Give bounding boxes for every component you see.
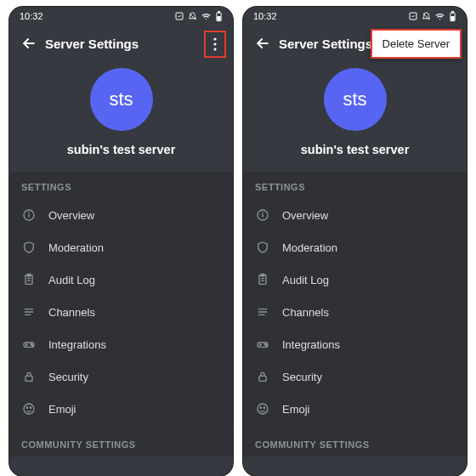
server-avatar[interactable]: sts [324,68,387,131]
settings-item-label: Security [48,371,88,383]
settings-item-label: Emoji [48,403,76,416]
settings-item-emoji[interactable]: Emoji [9,393,233,425]
svg-point-32 [258,404,268,414]
settings-item-security[interactable]: Security [9,360,233,393]
section-header-community: COMMUNITY SETTINGS [243,429,467,456]
emoji-icon [255,401,270,416]
settings-item-overview[interactable]: Overview [9,199,233,231]
status-time: 10:32 [253,11,277,21]
status-bar: 10:32 [9,7,233,26]
settings-item-integrations[interactable]: Integrations [243,328,467,360]
more-vertical-icon [213,37,217,51]
svg-point-16 [24,404,34,414]
phone-screen-right: 10:32 Server Settings Delete Server sts … [243,7,467,476]
svg-point-30 [265,345,266,346]
clipboard-icon [255,272,270,287]
screenshot-icon [408,11,418,21]
screenshot-icon [174,11,184,21]
settings-section: SETTINGS Overview Moderation Audit Log C… [243,172,467,456]
page-title: Server Settings [45,37,139,51]
svg-point-5 [213,42,216,45]
server-info: sts subin's test server [243,61,467,172]
settings-item-security[interactable]: Security [243,360,467,393]
svg-point-4 [213,37,216,40]
settings-item-label: Audit Log [282,274,329,286]
settings-item-label: Moderation [282,241,337,254]
settings-item-channels[interactable]: Channels [243,296,467,328]
back-arrow-icon [20,35,37,52]
server-info: sts subin's test server [9,61,233,172]
settings-item-moderation[interactable]: Moderation [243,231,467,264]
svg-rect-25 [262,212,263,212]
back-button[interactable] [16,31,42,56]
svg-point-33 [260,407,261,408]
svg-rect-22 [451,16,454,20]
wifi-icon [201,12,212,21]
svg-rect-9 [28,212,29,212]
page-title: Server Settings [279,37,372,51]
settings-item-label: Audit Log [48,274,95,286]
battery-icon [215,11,223,22]
svg-rect-21 [452,11,454,12]
status-bar: 10:32 [243,7,467,26]
lock-icon [255,369,270,384]
svg-rect-8 [28,214,29,218]
dnd-icon [188,12,197,21]
settings-item-audit-log[interactable]: Audit Log [243,264,467,296]
section-header-settings: SETTINGS [9,172,233,199]
settings-item-integrations[interactable]: Integrations [9,328,233,360]
status-icons-right [174,11,223,22]
svg-rect-2 [218,11,220,12]
settings-item-label: Security [282,371,322,383]
server-avatar[interactable]: sts [90,68,153,131]
info-icon [21,207,37,223]
more-options-button[interactable] [204,31,226,58]
settings-item-label: Emoji [282,403,310,416]
clipboard-icon [21,272,37,287]
emoji-icon [21,401,37,416]
svg-rect-24 [262,214,263,218]
dnd-icon [422,12,431,21]
svg-rect-15 [26,376,32,381]
settings-item-label: Channels [48,306,95,319]
battery-icon [449,11,456,22]
settings-item-label: Channels [282,306,329,319]
back-arrow-icon [254,35,271,52]
server-name: subin's test server [301,143,410,156]
lock-icon [21,369,37,384]
list-icon [21,304,37,320]
svg-point-34 [264,407,264,408]
gamepad-icon [21,337,37,352]
svg-point-14 [31,345,32,346]
server-name: subin's test server [67,143,176,156]
settings-item-emoji[interactable]: Emoji [243,393,467,425]
svg-rect-27 [261,274,264,276]
svg-point-17 [26,407,27,408]
section-header-community: COMMUNITY SETTINGS [9,429,233,456]
settings-item-label: Overview [282,209,328,222]
settings-item-channels[interactable]: Channels [9,296,233,328]
settings-item-label: Integrations [282,338,340,351]
settings-item-overview[interactable]: Overview [243,199,467,231]
settings-item-audit-log[interactable]: Audit Log [9,264,233,296]
wifi-icon [434,12,445,21]
phone-screen-left: 10:32 Server Settings sts subin's test s… [9,7,233,476]
info-icon [255,207,270,223]
delete-server-menu-item[interactable]: Delete Server [371,29,462,59]
svg-rect-3 [218,16,220,20]
header: Server Settings [9,26,233,61]
settings-item-label: Overview [48,209,94,222]
settings-item-moderation[interactable]: Moderation [9,231,233,264]
gamepad-icon [255,337,270,352]
svg-rect-11 [27,274,31,276]
settings-item-label: Moderation [48,241,104,254]
svg-rect-31 [259,376,266,381]
status-time: 10:32 [20,11,43,21]
shield-icon [255,240,270,255]
status-icons-right [408,11,456,22]
svg-point-18 [30,407,31,408]
back-button[interactable] [250,31,275,56]
settings-section: SETTINGS Overview Moderation Audit Log C… [9,172,233,456]
section-header-settings: SETTINGS [243,172,467,199]
svg-point-6 [213,48,216,50]
